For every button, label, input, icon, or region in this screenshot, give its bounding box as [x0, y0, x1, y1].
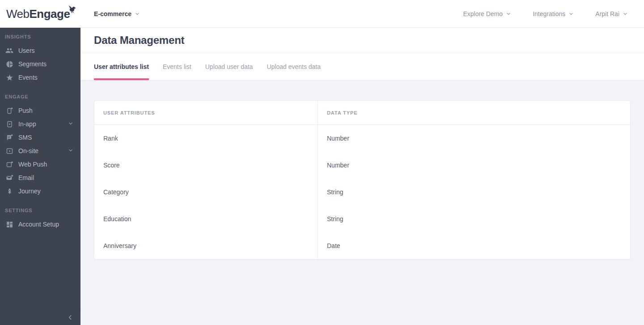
- cell-user-attribute: Education: [94, 205, 318, 232]
- topbar: WebEngage E-commerce Explore DemoIntegra…: [0, 0, 644, 28]
- push-icon: [5, 107, 13, 115]
- sidebar-item-label: Users: [18, 47, 35, 54]
- sidebar-section-engage: ENGAGEPushIn-appSMSOn-siteWeb PushEmailJ…: [0, 94, 80, 198]
- tab-upload-events-data[interactable]: Upload events data: [267, 53, 321, 80]
- table-row: ScoreNumber: [94, 152, 630, 179]
- account-setup-icon: [5, 220, 13, 228]
- topnav-label: Arpit Rai: [595, 10, 619, 17]
- sidebar-item-label: Segments: [18, 60, 47, 68]
- sidebar-item-label: Account Setup: [18, 221, 59, 228]
- table-row: AnniversaryDate: [94, 232, 630, 259]
- tab-user-attributes-list[interactable]: User attributes list: [94, 53, 149, 80]
- chevron-down-icon: [623, 11, 628, 17]
- sidebar-section-insights: INSIGHTSUsersSegmentsEvents: [0, 34, 80, 84]
- sidebar-section-title: ENGAGE: [0, 94, 80, 99]
- topnav-integrations[interactable]: Integrations: [533, 10, 574, 17]
- cell-user-attribute: Rank: [94, 125, 318, 152]
- cell-data-type: Number: [318, 125, 630, 152]
- cell-data-type: String: [318, 179, 630, 205]
- topnav-arpit-rai[interactable]: Arpit Rai: [595, 10, 628, 17]
- webengage-logo[interactable]: WebEngage: [6, 8, 70, 20]
- web-push-icon: [5, 160, 13, 168]
- topbar-nav: Explore DemoIntegrationsArpit Rai: [463, 0, 628, 28]
- cell-data-type: Date: [318, 232, 630, 259]
- table-row: RankNumber: [94, 125, 630, 152]
- cell-data-type: Number: [318, 152, 630, 179]
- sidebar-section-title: SETTINGS: [0, 208, 80, 213]
- sidebar-item-on-site[interactable]: On-site: [0, 144, 80, 158]
- cell-data-type: String: [318, 205, 630, 232]
- sms-icon: [5, 133, 13, 141]
- chevron-down-icon: [135, 11, 140, 17]
- logo-text-web: Web: [6, 7, 30, 21]
- sidebar-item-label: Events: [18, 74, 38, 81]
- page-header: Data Management User attributes listEven…: [80, 28, 644, 81]
- sidebar-item-users[interactable]: Users: [0, 44, 80, 57]
- cell-user-attribute: Category: [94, 179, 318, 205]
- sidebar-item-email[interactable]: Email: [0, 171, 80, 184]
- sidebar-item-label: In-app: [18, 120, 36, 128]
- table-row: CategoryString: [94, 179, 630, 205]
- chevron-down-icon[interactable]: [68, 147, 73, 154]
- logo-text-engage: Engage: [30, 7, 70, 21]
- sidebar-item-label: Journey: [18, 188, 41, 195]
- table-header-row: USER ATTRIBUTES DATA TYPE: [94, 101, 630, 125]
- sidebar-item-events[interactable]: Events: [0, 71, 80, 84]
- in-app-icon: [5, 120, 13, 128]
- sidebar-item-label: Push: [18, 107, 33, 114]
- sidebar-item-sms[interactable]: SMS: [0, 131, 80, 144]
- topnav-label: Integrations: [533, 10, 565, 17]
- chevron-left-icon: [67, 314, 73, 322]
- sidebar-item-label: Email: [18, 174, 34, 181]
- chevron-down-icon[interactable]: [68, 120, 73, 128]
- sidebar-item-journey[interactable]: Journey: [0, 184, 80, 198]
- topnav-label: Explore Demo: [463, 10, 503, 17]
- sidebar-section-title: INSIGHTS: [0, 34, 80, 39]
- tab-upload-user-data[interactable]: Upload user data: [205, 53, 253, 80]
- sidebar-item-in-app[interactable]: In-app: [0, 117, 80, 131]
- table-body: RankNumberScoreNumberCategoryStringEduca…: [94, 125, 630, 259]
- chevron-down-icon: [568, 11, 574, 17]
- title-row: Data Management: [80, 28, 644, 53]
- on-site-icon: [5, 147, 13, 155]
- cell-user-attribute: Anniversary: [94, 232, 318, 259]
- sidebar-item-account-setup[interactable]: Account Setup: [0, 218, 80, 231]
- sidebar-item-label: Web Push: [18, 161, 47, 168]
- cell-user-attribute: Score: [94, 152, 318, 179]
- page-title: Data Management: [94, 34, 184, 47]
- topnav-explore-demo[interactable]: Explore Demo: [463, 10, 511, 17]
- tab-bar: User attributes listEvents listUpload us…: [80, 53, 644, 80]
- chevron-down-icon: [506, 11, 511, 17]
- bird-icon: [68, 3, 76, 15]
- content-area: USER ATTRIBUTES DATA TYPE RankNumberScor…: [80, 81, 644, 260]
- sidebar-collapse-button[interactable]: [0, 311, 80, 325]
- main-content: Data Management User attributes listEven…: [80, 28, 644, 325]
- users-icon: [5, 47, 13, 55]
- attributes-table-card: USER ATTRIBUTES DATA TYPE RankNumberScor…: [94, 100, 631, 260]
- column-header-user-attributes: USER ATTRIBUTES: [94, 101, 318, 124]
- journey-icon: [5, 187, 13, 195]
- events-icon: [5, 73, 13, 81]
- sidebar: INSIGHTSUsersSegmentsEventsENGAGEPushIn-…: [0, 28, 80, 325]
- tab-events-list[interactable]: Events list: [163, 53, 191, 80]
- sidebar-item-push[interactable]: Push: [0, 104, 80, 117]
- sidebar-item-web-push[interactable]: Web Push: [0, 158, 80, 171]
- sidebar-item-label: SMS: [18, 134, 32, 141]
- email-icon: [5, 174, 13, 182]
- sidebar-section-settings: SETTINGSAccount Setup: [0, 208, 80, 231]
- project-selector[interactable]: E-commerce: [94, 0, 140, 28]
- sidebar-item-label: On-site: [18, 147, 38, 154]
- segments-icon: [5, 60, 13, 68]
- table-row: EducationString: [94, 205, 630, 232]
- sidebar-item-segments[interactable]: Segments: [0, 57, 80, 71]
- project-selector-label: E-commerce: [94, 10, 131, 17]
- column-header-data-type: DATA TYPE: [318, 101, 630, 124]
